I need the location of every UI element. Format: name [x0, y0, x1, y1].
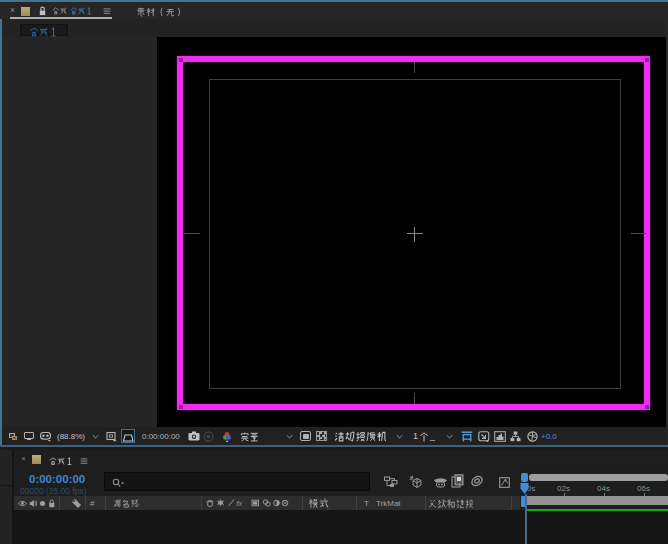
svg-text:fx: fx: [237, 500, 243, 507]
